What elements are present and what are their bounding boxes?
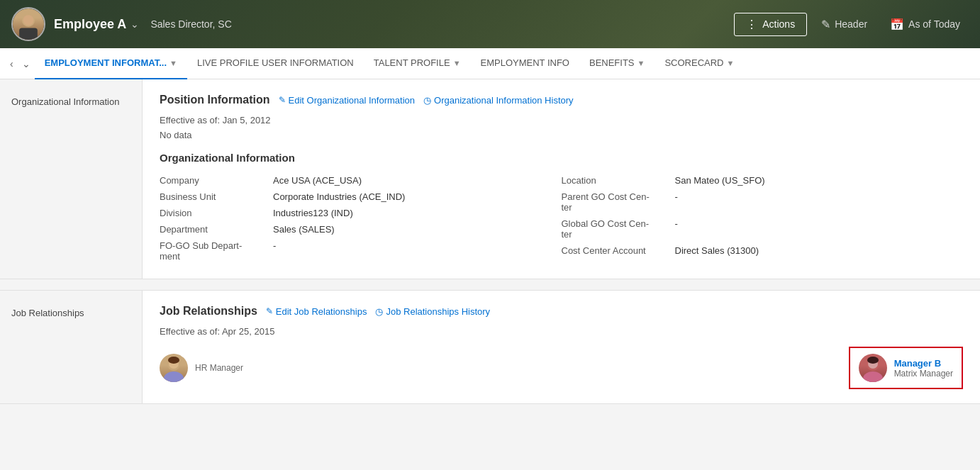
- clock-jr-icon: ◷: [375, 306, 383, 317]
- tab-scorecard-label: SCORECARD: [664, 57, 723, 68]
- org-info-grid: Company Ace USA (ACE_USA) Business Unit …: [160, 172, 963, 264]
- employee-chevron-icon[interactable]: ⌄: [130, 18, 139, 30]
- app-header: Employee A ⌄ Sales Director, SC ⋮ Action…: [0, 0, 980, 48]
- tab-scorecard[interactable]: SCORECARD ▼: [655, 48, 744, 79]
- org-value-parent-go: -: [675, 191, 678, 213]
- svg-point-6: [168, 357, 179, 364]
- svg-point-2: [23, 15, 34, 26]
- org-left-col: Company Ace USA (ACE_USA) Business Unit …: [160, 172, 562, 264]
- org-row-division: Division Industries123 (IND): [160, 205, 562, 221]
- hr-manager-item: HR Manager: [160, 354, 243, 382]
- org-label-cost-center: Cost Center Account: [562, 245, 675, 256]
- jr-title-row: Job Relationships ✎ Edit Job Relationshi…: [160, 305, 963, 318]
- org-label-company: Company: [160, 175, 273, 186]
- org-value-business-unit: Corporate Industries (ACE_IND): [273, 191, 405, 202]
- jr-title: Job Relationships: [160, 305, 257, 318]
- dots-icon: ⋮: [746, 18, 758, 31]
- jr-section-label: Job Relationships: [0, 291, 142, 403]
- org-label-global-go: Global GO Cost Cen-ter: [562, 218, 675, 240]
- svg-point-4: [164, 371, 184, 382]
- employee-avatar: [11, 7, 45, 41]
- position-info-title-row: Position Information ✎ Edit Organization…: [160, 94, 963, 106]
- tab-benefits[interactable]: BENEFITS ▼: [579, 48, 655, 79]
- org-row-location: Location San Mateo (US_SFO): [562, 172, 964, 189]
- clock-org-icon: ◷: [423, 95, 431, 106]
- edit-jr-pencil-icon: ✎: [266, 306, 273, 316]
- matrix-manager-avatar: [859, 354, 887, 382]
- org-value-department: Sales (SALES): [273, 224, 335, 235]
- edit-org-info-label: Edit Organizational Information: [289, 95, 415, 106]
- nav-prev-button[interactable]: ‹: [6, 55, 18, 72]
- tab-live-profile[interactable]: LIVE PROFILE USER INFORMATION: [187, 48, 364, 79]
- tab-talent-profile-label: TALENT PROFILE: [374, 57, 450, 68]
- avatar-image: [13, 9, 44, 40]
- org-label-location: Location: [562, 175, 675, 186]
- jr-effective-date: Effective as of: Apr 25, 2015: [160, 326, 963, 337]
- svg-point-8: [863, 371, 883, 382]
- tab-employment-info-label: EMPLOYMENT INFORMAT...: [45, 57, 167, 68]
- actions-button[interactable]: ⋮ Actions: [734, 13, 807, 36]
- jr-section-content: Job Relationships ✎ Edit Job Relationshi…: [142, 291, 980, 403]
- org-label-division: Division: [160, 208, 273, 218]
- hr-manager-role: HR Manager: [195, 363, 243, 373]
- org-row-parent-go: Parent GO Cost Cen-ter -: [562, 189, 964, 216]
- tab-live-profile-label: LIVE PROFILE USER INFORMATION: [197, 57, 354, 68]
- nav-down-button[interactable]: ⌄: [18, 55, 35, 72]
- org-row-global-go: Global GO Cost Cen-ter -: [562, 216, 964, 242]
- tab-employment-chevron-icon: ▼: [169, 59, 177, 67]
- org-value-cost-center: Direct Sales (31300): [675, 245, 759, 256]
- org-info-subtitle: Organizational Information: [160, 152, 963, 164]
- org-info-history-link[interactable]: ◷ Organizational Information History: [423, 95, 574, 106]
- tab-benefits-chevron-icon: ▼: [637, 59, 645, 67]
- org-right-col: Location San Mateo (US_SFO) Parent GO Co…: [562, 172, 964, 264]
- tab-talent-chevron-icon: ▼: [453, 59, 461, 67]
- header-label: Header: [835, 18, 867, 30]
- actions-label: Actions: [762, 18, 795, 30]
- org-label-parent-go: Parent GO Cost Cen-ter: [562, 191, 675, 213]
- edit-pencil-icon: ✎: [279, 95, 286, 105]
- org-value-company: Ace USA (ACE_USA): [273, 175, 362, 186]
- org-row-business-unit: Business Unit Corporate Industries (ACE_…: [160, 189, 562, 205]
- main-content: Organizational Information Position Info…: [0, 79, 980, 404]
- calendar-icon: 📅: [890, 18, 904, 31]
- pencil-icon: ✎: [821, 18, 830, 31]
- jr-history-label: Job Relationships History: [386, 306, 490, 317]
- employee-title: Sales Director, SC: [150, 18, 231, 30]
- org-info-content: Position Information ✎ Edit Organization…: [142, 79, 980, 279]
- tab-talent-profile[interactable]: TALENT PROFILE ▼: [364, 48, 471, 79]
- tab-benefits-label: BENEFITS: [589, 57, 635, 68]
- org-row-company: Company Ace USA (ACE_USA): [160, 172, 562, 189]
- employee-name: Employee A: [54, 17, 126, 32]
- org-label-fogo: FO-GO Sub Depart-ment: [160, 240, 273, 262]
- org-row-cost-center: Cost Center Account Direct Sales (31300): [562, 242, 964, 259]
- org-value-global-go: -: [675, 218, 678, 240]
- edit-jr-link[interactable]: ✎ Edit Job Relationships: [266, 306, 367, 317]
- svg-rect-1: [19, 28, 38, 40]
- tab-employment-info[interactable]: EMPLOYMENT INFORMAT... ▼: [35, 48, 187, 79]
- tab-employment-info2[interactable]: EMPLOYMENT INFO: [471, 48, 579, 79]
- org-info-section-label: Organizational Information: [0, 79, 142, 279]
- org-effective-date: Effective as of: Jan 5, 2012: [160, 115, 963, 125]
- as-of-label: As of Today: [908, 18, 960, 30]
- as-of-today-button[interactable]: 📅 As of Today: [881, 13, 969, 35]
- org-value-location: San Mateo (US_SFO): [675, 175, 765, 186]
- section-gap: [0, 279, 980, 291]
- org-row-department: Department Sales (SALES): [160, 221, 562, 237]
- tab-scorecard-chevron-icon: ▼: [727, 59, 735, 67]
- org-value-fogo: -: [273, 240, 276, 262]
- matrix-manager-name[interactable]: Manager B: [894, 358, 953, 369]
- edit-org-info-link[interactable]: ✎ Edit Organizational Information: [279, 95, 415, 106]
- org-info-section: Organizational Information Position Info…: [0, 79, 980, 279]
- org-row-fogo: FO-GO Sub Depart-ment -: [160, 237, 562, 264]
- nav-tabs-bar: ‹ ⌄ EMPLOYMENT INFORMAT... ▼ LIVE PROFIL…: [0, 48, 980, 79]
- org-no-data: No data: [160, 130, 963, 140]
- header-button[interactable]: ✎ Header: [813, 13, 876, 35]
- matrix-manager-box: Manager B Matrix Manager: [849, 347, 963, 389]
- tab-employment-info2-label: EMPLOYMENT INFO: [481, 57, 569, 68]
- jr-row: HR Manager Manager B: [160, 347, 963, 389]
- hr-manager-avatar: [160, 354, 188, 382]
- edit-jr-label: Edit Job Relationships: [276, 306, 367, 317]
- matrix-manager-role: Matrix Manager: [894, 369, 953, 379]
- jr-history-link[interactable]: ◷ Job Relationships History: [375, 306, 490, 317]
- svg-point-10: [867, 357, 879, 364]
